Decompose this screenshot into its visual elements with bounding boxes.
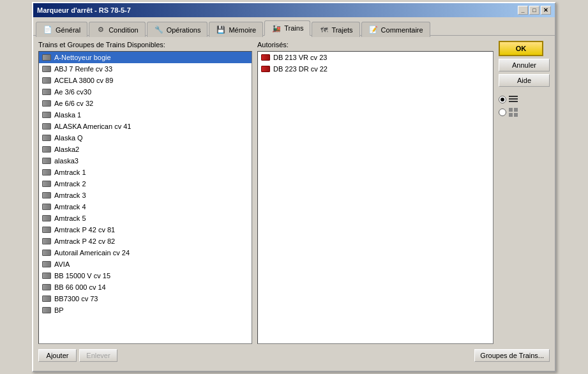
radio-option-2[interactable] xyxy=(499,108,506,116)
train-name: BB 66 000 cv 14 xyxy=(54,283,106,291)
svg-rect-6 xyxy=(514,113,518,117)
tab-operations[interactable]: 🔧 Opérations xyxy=(147,22,208,37)
train-name: Amtrack P 42 cv 81 xyxy=(54,226,115,234)
train-name: BP xyxy=(54,306,64,314)
list-item[interactable]: AVIA xyxy=(39,258,252,270)
svg-rect-5 xyxy=(509,113,513,117)
radio-row-2[interactable] xyxy=(499,107,519,117)
train-name: Amtrack 4 xyxy=(54,203,86,211)
train-list-icon xyxy=(41,99,52,108)
train-list-icon xyxy=(41,64,52,73)
list-item[interactable]: DB 213 VR cv 23 xyxy=(258,52,493,63)
close-button[interactable]: ✕ xyxy=(541,6,551,15)
train-name: Amtrack P 42 cv 82 xyxy=(54,237,115,245)
radio-option-1[interactable] xyxy=(499,96,506,103)
train-name: Ae 3/6 cv30 xyxy=(54,88,91,96)
tab-general-label: Général xyxy=(56,26,80,34)
help-button[interactable]: Aide xyxy=(499,74,550,87)
train-name: Alaska Q xyxy=(54,134,83,142)
train-list-icon xyxy=(41,237,52,246)
train-list-icon xyxy=(41,225,52,234)
authorized-train-name: DB 213 VR cv 23 xyxy=(273,54,327,61)
list-item[interactable]: Amtrack 4 xyxy=(39,201,252,213)
tab-condition[interactable]: ⚙ Condition xyxy=(89,22,145,37)
list-item[interactable]: ALASKA American cv 41 xyxy=(39,121,252,132)
train-name: AVIA xyxy=(54,260,70,268)
comment-icon: 📝 xyxy=(368,25,379,35)
list-item[interactable]: BB 66 000 cv 14 xyxy=(39,281,252,293)
main-content: Trains et Groupes de Trains Disponibles:… xyxy=(38,41,550,344)
tabs-container: 📄 Général ⚙ Condition 🔧 Opérations 💾 Mém… xyxy=(33,17,555,35)
minimize-button[interactable]: _ xyxy=(518,6,528,15)
train-list-icon xyxy=(41,179,52,188)
doc-icon: 📄 xyxy=(43,25,53,35)
list-item[interactable]: BP xyxy=(39,304,252,316)
list-item[interactable]: Alaska Q xyxy=(39,132,252,144)
list-view-icon xyxy=(509,95,519,104)
available-list-label: Trains et Groupes de Trains Disponibles: xyxy=(38,41,252,49)
list-item[interactable]: Amtrack 5 xyxy=(39,213,252,224)
ok-button[interactable]: OK xyxy=(499,41,543,56)
condition-icon: ⚙ xyxy=(96,25,106,35)
train-name: Amtrack 1 xyxy=(54,168,86,176)
authorized-trains-section: Autorisés: DB 213 VR cv 23DB 223 DR cv 2… xyxy=(257,41,494,344)
tab-operations-label: Opérations xyxy=(167,26,201,34)
authorized-train-name: DB 223 DR cv 22 xyxy=(273,65,328,73)
list-item[interactable]: BB7300 cv 73 xyxy=(39,293,252,304)
list-item[interactable]: Ae 3/6 cv30 xyxy=(39,86,252,98)
train-name: Amtrack 3 xyxy=(54,191,86,199)
list-item[interactable]: Amtrack P 42 cv 81 xyxy=(39,224,252,236)
maximize-button[interactable]: □ xyxy=(529,6,539,15)
train-name: ACELA 3800 cv 89 xyxy=(54,77,113,84)
authorized-trains-list[interactable]: DB 213 VR cv 23DB 223 DR cv 22 xyxy=(257,51,494,344)
list-icon-2 xyxy=(509,107,519,117)
available-trains-list[interactable]: A-Nettoyeur bogieABJ 7 Renfe cv 33ACELA … xyxy=(38,51,252,344)
list-item[interactable]: Amtrack 2 xyxy=(39,178,252,190)
tab-comment-label: Commentaire xyxy=(381,26,423,34)
remove-button[interactable]: Enlever xyxy=(79,349,117,362)
bottom-left-buttons: Ajouter Enlever xyxy=(38,349,117,362)
list-item[interactable]: Ae 6/6 cv 32 xyxy=(39,98,252,109)
list-item[interactable]: Alaska2 xyxy=(39,144,252,155)
list-item[interactable]: alaska3 xyxy=(39,155,252,167)
list-item[interactable]: Amtrack 1 xyxy=(39,167,252,178)
train-name: ALASKA American cv 41 xyxy=(54,123,131,130)
tab-routes[interactable]: 🗺 Trajets xyxy=(312,22,359,37)
train-name: alaska3 xyxy=(54,157,79,165)
train-list-icon xyxy=(41,306,52,315)
list-item[interactable]: Amtrack P 42 cv 82 xyxy=(39,236,252,247)
right-panel: OK Annuler Aide xyxy=(499,41,550,344)
bottom-buttons: Ajouter Enlever Groupes de Trains... xyxy=(38,344,550,362)
add-button[interactable]: Ajouter xyxy=(38,349,77,362)
radio-row-1[interactable] xyxy=(499,94,519,105)
svg-rect-0 xyxy=(509,96,518,97)
tab-general[interactable]: 📄 Général xyxy=(36,22,87,37)
list-item[interactable]: ABJ 7 Renfe cv 33 xyxy=(39,63,252,75)
list-item[interactable]: Amtrack 3 xyxy=(39,190,252,201)
cancel-button[interactable]: Annuler xyxy=(499,59,550,71)
svg-rect-4 xyxy=(514,108,518,112)
list-item[interactable]: Autorail Americain cv 24 xyxy=(39,247,252,258)
train-name: BB7300 cv 73 xyxy=(54,295,98,303)
train-name: Alaska2 xyxy=(54,146,79,153)
train-name: ABJ 7 Renfe cv 33 xyxy=(54,65,112,73)
train-name: A-Nettoyeur bogie xyxy=(54,54,111,61)
tab-memory-label: Mémoire xyxy=(229,26,256,34)
train-list-icon xyxy=(41,168,52,177)
train-list-icon xyxy=(41,110,52,119)
train-name: BB 15000 V cv 15 xyxy=(54,272,110,280)
list-item[interactable]: BB 15000 V cv 15 xyxy=(39,270,252,281)
groups-button[interactable]: Groupes de Trains... xyxy=(474,349,550,362)
list-item[interactable]: ACELA 3800 cv 89 xyxy=(39,75,252,86)
train-list-icon xyxy=(41,53,52,62)
tab-comment[interactable]: 📝 Commentaire xyxy=(361,22,430,37)
train-icon: 🚂 xyxy=(271,23,282,33)
list-item[interactable]: DB 223 DR cv 22 xyxy=(258,63,493,75)
list-item[interactable]: Alaska 1 xyxy=(39,109,252,121)
train-name: Amtrack 5 xyxy=(54,214,86,222)
tab-trains[interactable]: 🚂 Trains xyxy=(264,20,310,36)
list-item[interactable]: A-Nettoyeur bogie xyxy=(39,52,252,63)
tab-memory[interactable]: 💾 Mémoire xyxy=(209,22,263,37)
authorized-list-label: Autorisés: xyxy=(257,41,494,49)
authorized-train-icon xyxy=(260,64,271,73)
